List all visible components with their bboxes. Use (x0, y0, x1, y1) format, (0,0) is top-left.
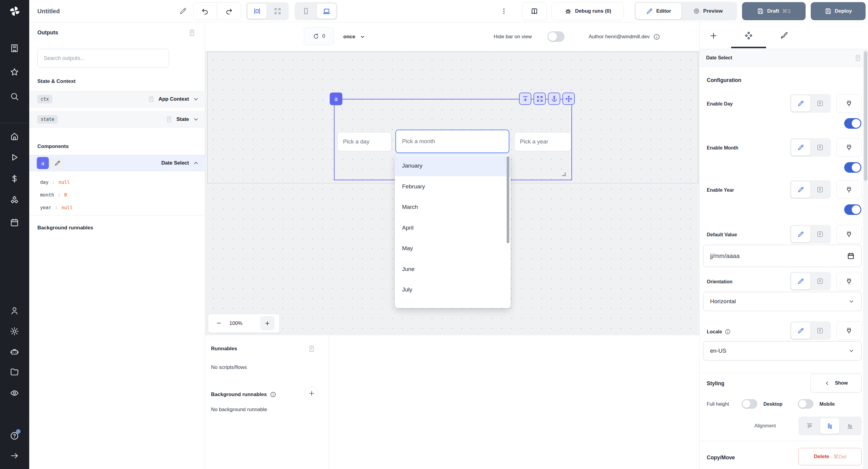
panel-scrollbar[interactable] (863, 49, 868, 469)
full-height-toggle[interactable] (742, 399, 757, 409)
gear-icon[interactable] (8, 325, 21, 337)
chevron-down-icon[interactable] (193, 116, 199, 123)
tab-editor[interactable]: Editor (636, 3, 681, 19)
full-width-layout-button[interactable] (268, 4, 287, 19)
add-background-runnable-button[interactable] (305, 386, 318, 400)
select-orientation[interactable]: Horizontal (703, 292, 862, 311)
user-icon[interactable] (8, 305, 21, 317)
centered-layout-button[interactable] (247, 4, 267, 19)
styling-show-button[interactable]: Show (810, 374, 862, 393)
tab-insert-component[interactable] (706, 28, 721, 43)
align-bottom-button[interactable] (840, 418, 860, 434)
month-option-may[interactable]: May (395, 238, 510, 259)
static-editor-button[interactable] (791, 182, 810, 198)
toggle-enable-day[interactable] (844, 118, 861, 129)
arrow-right-icon[interactable] (8, 450, 21, 462)
zoom-in-button[interactable]: + (260, 316, 275, 330)
align-top-button[interactable] (800, 418, 819, 434)
calendar-icon[interactable] (8, 216, 21, 228)
month-option-january[interactable]: January (395, 156, 510, 176)
chevron-up-icon[interactable] (193, 160, 199, 166)
folder-icon[interactable] (8, 366, 21, 378)
expression-editor-button[interactable] (810, 139, 830, 156)
robot-icon[interactable] (8, 346, 21, 358)
deploy-button[interactable]: Deploy (811, 2, 866, 20)
day-picker-input[interactable]: Pick a day (337, 132, 392, 151)
panel-doc-icon[interactable] (308, 345, 315, 353)
undo-button[interactable] (193, 3, 217, 20)
building-icon[interactable] (8, 42, 21, 54)
connect-input-button[interactable] (836, 321, 862, 340)
calendar-icon[interactable] (847, 252, 855, 260)
move-button[interactable] (562, 93, 575, 105)
zoom-out-button[interactable]: − (208, 319, 229, 328)
expression-editor-button[interactable] (810, 322, 830, 339)
redo-button[interactable] (217, 3, 241, 20)
connect-input-button[interactable] (836, 138, 862, 157)
refresh-count-button[interactable]: 0 (304, 27, 334, 45)
schedule-dropdown[interactable]: once (343, 22, 366, 51)
desktop-view-button[interactable] (317, 4, 336, 19)
hide-bar-toggle[interactable] (547, 31, 564, 42)
cubes-icon[interactable] (8, 194, 21, 207)
connect-input-button[interactable] (836, 94, 862, 113)
desktop-toggle[interactable] (798, 399, 813, 409)
dollar-icon[interactable] (8, 173, 21, 185)
toggle-enable-month[interactable] (844, 162, 861, 173)
select-locale[interactable]: en-US (703, 341, 862, 361)
expression-editor-button[interactable] (810, 273, 830, 289)
docs-button[interactable] (522, 2, 547, 20)
home-icon[interactable] (8, 130, 21, 142)
debug-runs-button[interactable]: Debug runs (0) (552, 2, 624, 20)
connect-input-button[interactable] (836, 180, 862, 199)
expression-editor-button[interactable] (810, 226, 830, 242)
static-editor-button[interactable] (791, 139, 810, 156)
month-option-february[interactable]: February (395, 176, 510, 197)
anchor-button[interactable] (548, 93, 560, 105)
month-option-august[interactable]: August (395, 300, 510, 308)
output-row-state[interactable]: state State (29, 111, 205, 127)
resize-handle[interactable] (562, 173, 566, 176)
toggle-enable-year[interactable] (844, 205, 861, 215)
static-editor-button[interactable] (791, 95, 810, 112)
edit-component-id-icon[interactable] (52, 157, 64, 169)
year-picker-input[interactable]: Pick a year (514, 132, 571, 151)
mobile-view-button[interactable] (296, 4, 315, 19)
windmill-logo-icon[interactable] (0, 0, 29, 22)
panel-doc-icon[interactable] (188, 29, 196, 37)
dock-bottom-button[interactable] (519, 93, 531, 105)
month-option-june[interactable]: June (395, 259, 510, 280)
help-icon[interactable] (8, 430, 21, 442)
search-icon[interactable] (8, 90, 21, 102)
more-menu-button[interactable] (500, 5, 507, 18)
play-icon[interactable] (8, 151, 21, 163)
search-outputs-input[interactable] (37, 49, 169, 67)
dropdown-scrollbar[interactable] (507, 156, 509, 243)
month-picker-input[interactable]: Pick a month (396, 130, 509, 153)
output-row-component-a[interactable]: a Date Select (29, 155, 205, 171)
tab-preview[interactable]: Preview (681, 3, 734, 19)
month-option-july[interactable]: July (395, 279, 510, 300)
expression-editor-button[interactable] (810, 95, 830, 112)
expand-button[interactable] (533, 93, 546, 105)
chevron-down-icon[interactable] (193, 96, 199, 102)
eye-icon[interactable] (8, 387, 21, 399)
month-option-april[interactable]: April (395, 218, 510, 239)
tab-global-styling[interactable] (776, 28, 792, 43)
align-center-button[interactable] (820, 418, 839, 434)
static-editor-button[interactable] (791, 273, 810, 289)
save-draft-button[interactable]: Draft ⌘S (742, 2, 806, 20)
delete-component-button[interactable]: Delete ⌘Del (798, 448, 862, 465)
static-editor-button[interactable] (791, 322, 810, 339)
output-row-ctx[interactable]: ctx App Context (29, 91, 205, 107)
connect-input-button[interactable] (836, 225, 862, 244)
tab-component-settings[interactable] (741, 28, 756, 43)
month-option-march[interactable]: March (395, 197, 510, 218)
default-value-date-input[interactable]: jj/mm/aaaa (703, 245, 862, 267)
star-icon[interactable] (8, 66, 21, 78)
expression-editor-button[interactable] (810, 182, 830, 198)
connect-input-button[interactable] (836, 272, 862, 290)
rename-pencil-icon[interactable] (179, 7, 187, 15)
static-editor-button[interactable] (791, 226, 810, 242)
panel-doc-icon[interactable] (854, 54, 862, 62)
